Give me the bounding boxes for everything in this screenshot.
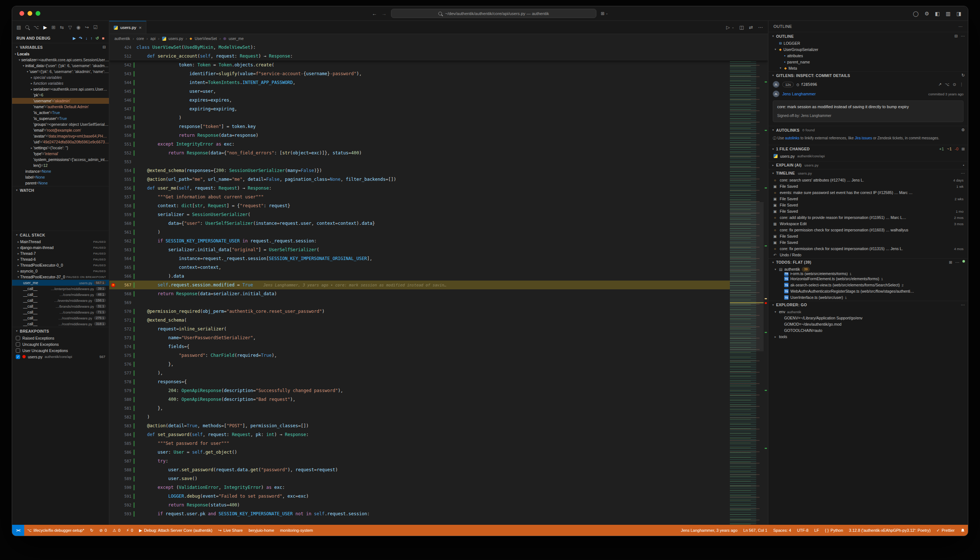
todo-row[interactable]: TSWebAuthnAuthenticatorRegisterStage.ts … (768, 288, 968, 295)
timeline-section-header[interactable]: ▾ TIMELINE users.py ⋯ (768, 169, 968, 177)
line-number[interactable]: 557 (118, 193, 131, 201)
timeline-item[interactable]: ○core: fix permission check for scoped i… (768, 246, 968, 252)
code-text[interactable]: if request.user.pk and SESSION_KEY_IMPER… (137, 509, 768, 518)
prettier[interactable]: ✓Prettier (933, 525, 958, 536)
step-out-icon[interactable]: ↑ (91, 36, 93, 41)
timeline-item[interactable]: ○core: search users' attributes (#12740)… (768, 177, 968, 183)
settings-gear-icon[interactable]: ⚙ (961, 128, 965, 132)
blame-status[interactable]: Jens Langhammer, 3 years ago (678, 525, 740, 536)
editor-layout-button[interactable]: ⊞⌄ (601, 11, 608, 16)
expand-icon[interactable]: ⊞ (949, 260, 952, 265)
autolink-link[interactable]: autolinks (785, 136, 799, 140)
code-text[interactable]: @extend_schema(responses={200: SessionUs… (137, 166, 768, 175)
gutter-breakpoint-area[interactable] (109, 105, 118, 113)
code-text[interactable]: token: Token = Token.objects.create( (137, 60, 768, 69)
commit-sha[interactable]: ○ f285096 (797, 82, 817, 87)
gutter-breakpoint-area[interactable] (109, 272, 118, 280)
variable-row[interactable]: 'uid' = '49d24724dfa590a20fb5961e9c6673c… (12, 139, 109, 145)
remote-indicator[interactable]: >< (12, 525, 24, 536)
commit-age-badge[interactable]: 12s (782, 82, 794, 87)
line-number[interactable]: 555 (118, 175, 131, 184)
gutter-breakpoint-area[interactable] (109, 360, 118, 368)
file-changed-section-header[interactable]: ▾ 1 FILE CHANGED +1 ~1 -0 ⊞ (768, 145, 968, 153)
variables-section-header[interactable]: ▾ VARIABLES ⊟ (12, 43, 109, 51)
gutter-breakpoint-area[interactable] (109, 263, 118, 272)
timeline-item[interactable]: ○core: fix permission check for scoped i… (768, 227, 968, 233)
code-text[interactable]: 400: OpenApiResponse(description="Bad re… (137, 395, 768, 404)
line-number[interactable]: 564 (118, 254, 131, 263)
code-text[interactable]: @permission_required(obj_perm="authentik… (137, 307, 768, 316)
timeline-item[interactable]: ▣File Saved1 wk (768, 183, 968, 190)
stack-frame-row[interactable]: __call__…/brands/middleware.py31:1 (12, 303, 109, 309)
view-layout-icon[interactable]: ⊞ (961, 147, 965, 152)
stack-frame-row[interactable]: __call__…/enterprise/middleware.py39:1 (12, 286, 109, 292)
explorer-go-row[interactable]: GOTOOLCHAIN=auto (768, 327, 968, 334)
code-text[interactable]: user=user, (137, 87, 768, 96)
breadcrumb-item[interactable]: users.py (169, 36, 183, 41)
step-over-icon[interactable]: ↷ (79, 36, 83, 41)
line-number[interactable]: 568 (118, 289, 131, 298)
gutter-breakpoint-area[interactable] (109, 175, 118, 184)
code-text[interactable]: @action(detail=True, methods=["POST"], p… (137, 422, 768, 430)
breakpoint-row[interactable]: User Uncaught Exceptions (12, 347, 109, 353)
watch-section-header[interactable]: ▾ WATCH (12, 186, 109, 194)
line-number[interactable]: 583 (118, 422, 131, 430)
explorer-go-row[interactable]: GOMOD=~/dev/authentik/go.mod (768, 321, 968, 327)
stop-icon[interactable]: ■ (102, 36, 105, 41)
line-number[interactable]: 559 (118, 210, 131, 219)
gutter-breakpoint-area[interactable] (109, 351, 118, 360)
stack-frame-row[interactable]: __call__…/events/middleware.py156:1 (12, 297, 109, 303)
code-text[interactable]: ), (137, 368, 768, 377)
line-number[interactable]: 589 (118, 474, 131, 483)
variable-row[interactable]: ▾initial_data = {'user': {'pk': 6, 'user… (12, 63, 109, 68)
line-number[interactable]: 552 (118, 148, 131, 157)
run-python-file-icon[interactable]: ▷ (726, 25, 730, 30)
live-share[interactable]: ↪Live Share (215, 525, 246, 536)
gutter-breakpoint-area[interactable] (109, 422, 118, 430)
code-text[interactable]: except (ValidationError, IntegrityError)… (137, 483, 768, 492)
line-number[interactable]: 575 (118, 351, 131, 360)
breadcrumb-item[interactable]: api (150, 36, 155, 41)
gutter-breakpoint-area[interactable] (109, 254, 118, 263)
gutter-breakpoint-area[interactable] (109, 368, 118, 377)
gutter-breakpoint-area[interactable] (109, 483, 118, 492)
line-number[interactable]: 547 (118, 105, 131, 113)
line-number[interactable]: 549 (118, 122, 131, 131)
code-text[interactable]: if SESSION_KEY_IMPERSONATE_USER in reque… (137, 237, 768, 245)
collapse-all-icon[interactable]: ⊟ (102, 45, 106, 50)
gitlens-icon[interactable]: ◉ (76, 25, 80, 30)
gutter-breakpoint-area[interactable] (109, 492, 118, 501)
gutter-breakpoint-area[interactable] (109, 377, 118, 386)
debug-status[interactable]: ▶Debug: Attach Server Core (authentik) (136, 525, 215, 536)
timeline-item[interactable]: ▣File Saved2 wks (768, 196, 968, 202)
continue-icon[interactable]: ▶ (73, 36, 76, 41)
code-text[interactable]: ) (137, 413, 768, 422)
stack-frame-row[interactable]: __call__…/root/middleware.py275:1 (12, 315, 109, 321)
checkbox[interactable] (16, 336, 20, 340)
line-number[interactable]: 556 (118, 184, 131, 193)
step-into-icon[interactable]: ↓ (85, 36, 88, 41)
line-number[interactable]: 576 (118, 360, 131, 368)
code-text[interactable] (137, 298, 768, 307)
gutter-breakpoint-area[interactable] (109, 113, 118, 122)
code-text[interactable]: self.request.session.modified = TrueJens… (137, 280, 768, 289)
timeline-item[interactable]: ▣File Saved (768, 240, 968, 246)
gutter-breakpoint-area[interactable] (109, 439, 118, 448)
timeline-item[interactable]: ▣File Saved (768, 233, 968, 240)
todo-row[interactable]: TSHorizontalFormElement.ts (web/src/elem… (768, 276, 968, 282)
line-number[interactable]: 593 (118, 509, 131, 518)
code-text[interactable]: ) (137, 113, 768, 122)
explain-ai-section-header[interactable]: ▸ EXPLAIN (AI) users.py ⋆ (768, 161, 968, 169)
breadcrumb-item[interactable]: UserViewSet (195, 36, 217, 41)
line-number[interactable]: 563 (118, 245, 131, 254)
code-text[interactable]: return Response(data=response) (137, 131, 768, 140)
breakpoint-row[interactable]: Raised Exceptions (12, 335, 109, 341)
git-sync[interactable]: ↻ (87, 525, 97, 536)
line-number[interactable]: 574 (118, 342, 131, 351)
line-number[interactable]: 548 (118, 113, 131, 122)
search-icon[interactable] (25, 25, 29, 29)
split-editor-icon[interactable]: ◫ (739, 25, 744, 30)
variable-row[interactable]: 'groups' = <generator object UserSelfSer… (12, 122, 109, 127)
gutter-breakpoint-area[interactable] (109, 140, 118, 148)
problems-warnings[interactable]: ⚠0 (110, 525, 123, 536)
